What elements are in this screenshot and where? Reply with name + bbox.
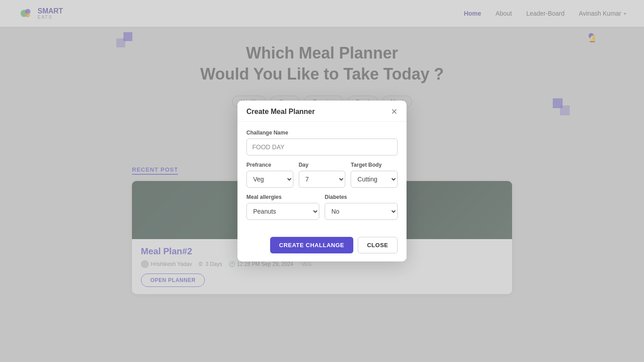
day-select[interactable]: 1234 567 8910 [299, 171, 346, 188]
day-label: Day [299, 162, 346, 168]
target-body-col: Target Body Cutting Bulking Maintenance [351, 162, 398, 188]
modal-footer: CREATE CHALLANGE CLOSE [237, 231, 407, 261]
prefrance-select[interactable]: Veg Non-Veg Vegan [246, 171, 293, 188]
target-body-select[interactable]: Cutting Bulking Maintenance [351, 171, 398, 188]
modal: Create Meal Planner ✕ Challange Name Pre… [237, 101, 407, 261]
modal-title: Create Meal Planner [246, 108, 315, 116]
meal-allergies-label: Meal allergies [246, 194, 319, 200]
meal-allergies-col: Meal allergies Peanuts None Gluten Dairy [246, 194, 319, 220]
prefrance-col: Prefrance Veg Non-Veg Vegan [246, 162, 293, 188]
diabetes-select[interactable]: No Yes [325, 203, 398, 220]
challenge-name-input[interactable] [246, 139, 398, 156]
modal-close-button[interactable]: ✕ [391, 108, 398, 116]
modal-body: Challange Name Prefrance Veg Non-Veg Veg… [237, 122, 407, 231]
prefrance-label: Prefrance [246, 162, 293, 168]
meal-allergies-select[interactable]: Peanuts None Gluten Dairy [246, 203, 319, 220]
challenge-name-label: Challange Name [246, 130, 398, 136]
form-row-2: Meal allergies Peanuts None Gluten Dairy… [246, 194, 398, 220]
diabetes-label: Diabetes [325, 194, 398, 200]
form-row-1: Prefrance Veg Non-Veg Vegan Day 1234 567… [246, 162, 398, 188]
modal-header: Create Meal Planner ✕ [237, 101, 407, 122]
create-challenge-button[interactable]: CREATE CHALLANGE [270, 237, 353, 253]
modal-overlay: Create Meal Planner ✕ Challange Name Pre… [0, 0, 644, 362]
target-body-label: Target Body [351, 162, 398, 168]
day-col: Day 1234 567 8910 [299, 162, 346, 188]
diabetes-col: Diabetes No Yes [325, 194, 398, 220]
close-button[interactable]: CLOSE [358, 237, 398, 253]
